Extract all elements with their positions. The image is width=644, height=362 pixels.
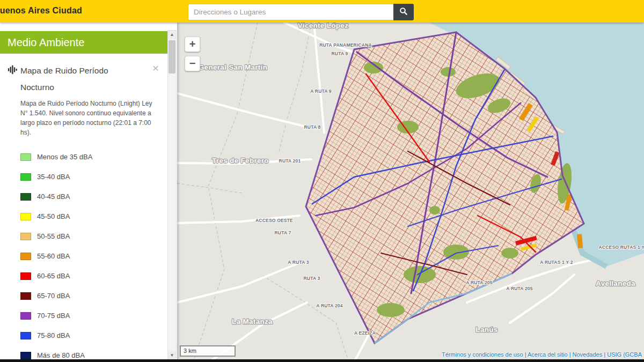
map-route-label: RUTA 3 bbox=[304, 276, 320, 281]
legend-swatch bbox=[20, 352, 31, 359]
footer-link[interactable]: USIG (GCBA bbox=[607, 351, 642, 358]
legend-swatch bbox=[20, 272, 31, 280]
legend-item: 40-45 dBA bbox=[20, 187, 165, 206]
noise-waveform-icon bbox=[8, 62, 20, 95]
bottom-strip bbox=[0, 359, 644, 362]
layer-title: Mapa de Ruido Período Nocturno bbox=[20, 62, 138, 95]
zoom-in-button[interactable]: + bbox=[185, 36, 200, 52]
map-route-label: RUTA 201 bbox=[279, 158, 301, 164]
legend-label: 45-50 dBA bbox=[37, 212, 70, 220]
legend-label: Menos de 35 dBA bbox=[37, 153, 92, 161]
top-bar: Buenos Aires Ciudad bbox=[0, 0, 644, 23]
sidebar-scrollbar[interactable]: ▲ ▼ bbox=[167, 30, 177, 360]
map-route-label: A EZEIZA bbox=[354, 330, 376, 336]
legend-item: 60-65 dBA bbox=[20, 266, 165, 286]
footer-link[interactable]: Novedades bbox=[573, 351, 603, 358]
map-place-label: La Matanza bbox=[232, 317, 273, 326]
panel-title: Medio Ambiente bbox=[0, 31, 167, 54]
legend-item: 75-80 dBA bbox=[20, 326, 165, 345]
legend-label: 75-80 dBA bbox=[37, 331, 70, 339]
map-route-label: A RUTA 9 bbox=[310, 88, 332, 94]
legend-item: Menos de 35 dBA bbox=[20, 147, 165, 167]
scroll-down-icon[interactable]: ▼ bbox=[168, 351, 176, 360]
legend-label: 65-70 dBA bbox=[37, 292, 70, 300]
legend-item: 65-70 dBA bbox=[20, 286, 165, 306]
legend-item: 35-40 dBA bbox=[20, 167, 165, 187]
legend-label: 50-55 dBA bbox=[37, 232, 70, 240]
legend-label: 60-65 dBA bbox=[37, 272, 70, 280]
search-input[interactable] bbox=[188, 4, 393, 20]
footer-separator: | bbox=[523, 351, 528, 358]
map-route-label: A RUTA 205 bbox=[506, 286, 532, 291]
legend-swatch bbox=[20, 153, 31, 161]
legend-label: Más de 80 dBA bbox=[37, 351, 85, 359]
zoom-controls: + − bbox=[185, 36, 200, 75]
sidebar-panel: Medio Ambiente Mapa de Ruido Período Noc… bbox=[0, 23, 177, 362]
legend-swatch bbox=[20, 193, 31, 201]
map-footer-links: Términos y condiciones de uso | Acerca d… bbox=[442, 351, 642, 358]
map-route-label: RUTA 9 bbox=[332, 51, 348, 56]
zoom-out-button[interactable]: − bbox=[185, 56, 200, 71]
search-bar bbox=[188, 4, 414, 20]
legend-label: 40-45 dBA bbox=[37, 193, 70, 201]
legend-item: 45-50 dBA bbox=[20, 206, 165, 226]
map-place-label: Avellaneda bbox=[596, 279, 635, 287]
legend-swatch bbox=[20, 312, 31, 320]
noise-legend: Menos de 35 dBA35-40 dBA40-45 dBA45-50 d… bbox=[20, 147, 165, 362]
search-icon bbox=[399, 7, 408, 17]
legend-item: 70-75 dBA bbox=[20, 306, 165, 326]
legend-swatch bbox=[20, 233, 31, 240]
map-route-label: RUTA PANAMERICANA bbox=[319, 42, 372, 48]
map-route-label: RUTA 8 bbox=[304, 124, 321, 130]
footer-separator: | bbox=[602, 351, 607, 358]
layer-description: Mapa de Ruido Período Nocturno (Lnight) … bbox=[20, 99, 160, 137]
search-button[interactable] bbox=[393, 4, 414, 20]
footer-link[interactable]: Términos y condiciones de uso bbox=[442, 351, 523, 358]
legend-swatch bbox=[20, 292, 31, 300]
close-icon[interactable]: × bbox=[152, 62, 159, 73]
legend-swatch bbox=[20, 173, 31, 181]
map-route-label: A RUTA 204 bbox=[316, 303, 342, 308]
map-container[interactable]: RUTA PANAMERICANARUTA 9A RUTA 9RUTA 8RUT… bbox=[177, 23, 644, 362]
scroll-up-icon[interactable]: ▲ bbox=[168, 31, 176, 39]
app-logo: Buenos Aires Ciudad bbox=[0, 6, 82, 16]
legend-swatch bbox=[20, 332, 31, 339]
map-route-label: A RUTAS 1 Y 2 bbox=[540, 260, 573, 265]
footer-link[interactable]: Acerca del sitio bbox=[528, 351, 568, 358]
legend-swatch bbox=[20, 213, 31, 220]
legend-label: 70-75 dBA bbox=[37, 312, 70, 320]
map-route-label: RUTA 7 bbox=[275, 230, 291, 235]
legend-label: 55-60 dBA bbox=[37, 252, 70, 260]
map-canvas[interactable]: RUTA PANAMERICANARUTA 9A RUTA 9RUTA 8RUT… bbox=[177, 23, 644, 362]
layer-title-row: Mapa de Ruido Período Nocturno bbox=[8, 62, 148, 95]
map-route-label: A RUTA 3 bbox=[288, 260, 309, 265]
legend-swatch bbox=[20, 253, 31, 260]
footer-separator: | bbox=[568, 351, 573, 358]
map-place-label: Tres de Febrero bbox=[212, 157, 269, 165]
map-route-label: ACCESO RUTAS 1 Y 2 bbox=[599, 245, 644, 250]
map-scale-bar: 3 km bbox=[180, 345, 236, 357]
legend-item: 55-60 dBA bbox=[20, 246, 165, 266]
legend-label: 35-40 dBA bbox=[37, 173, 70, 181]
map-route-label: ACCESO OESTE bbox=[255, 218, 293, 223]
scrollbar-thumb[interactable] bbox=[169, 40, 175, 73]
map-place-label: Vicente López bbox=[298, 23, 348, 29]
map-place-label: General San Martín bbox=[199, 63, 267, 71]
map-route-label: A RUTA 205 bbox=[466, 280, 492, 285]
legend-item: 50-55 dBA bbox=[20, 226, 165, 246]
map-place-label: Lanús bbox=[475, 326, 497, 334]
